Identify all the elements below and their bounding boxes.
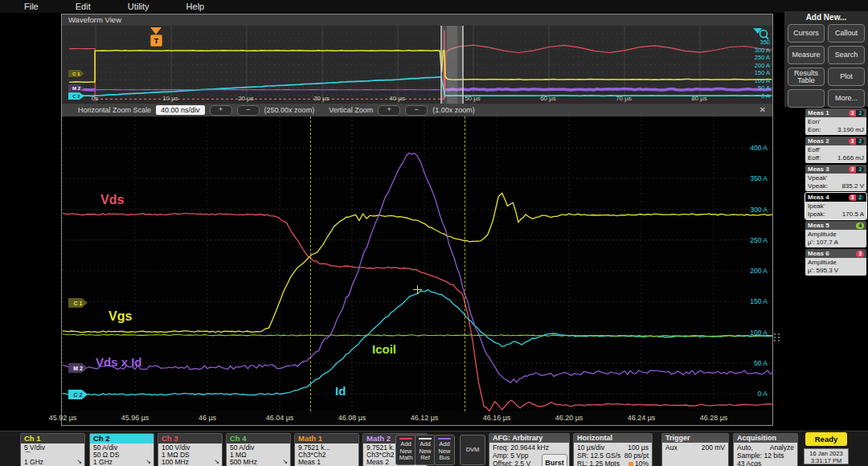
trace-label-id: Id	[335, 384, 346, 398]
trigger-badge[interactable]: TriggerAux200 mV	[661, 433, 729, 466]
channel-badge-math1[interactable]: Math 19.7521 k...Ch3*Ch2Meas 1	[294, 433, 359, 466]
overview-x-tick: 60 µs	[540, 95, 556, 102]
menu-bar: FileEditUtilityHelp	[0, 0, 868, 13]
channel-badge-ch1[interactable]: Ch 15 V/div⌒1 GHz↘	[20, 433, 85, 466]
horizontal-badge[interactable]: Horizontal10 µs/div100 µsSR: 12.5 GS/s80…	[573, 433, 653, 466]
overview-x-tick: 20 µs	[238, 95, 254, 102]
main-x-tick: 46.12 µs	[411, 414, 439, 422]
overview-y-tick: 150 A	[755, 69, 770, 76]
overview-y-tick: 250 A	[755, 54, 770, 61]
add-new-panel: Add New... CursorsCalloutMeasureSearchRe…	[784, 11, 868, 107]
trigger-arrow-icon[interactable]	[150, 27, 162, 35]
trace-label-icoil: Icoil	[372, 342, 396, 356]
acquisition-overview[interactable]: T C 1 M 2 C 2 0s10 µs20 µs30 µs40 µs50 µ…	[62, 26, 772, 104]
meas-name: Meas 5	[808, 222, 829, 229]
measurement-gate-right[interactable]	[465, 117, 465, 411]
meas-source-badge: 32	[849, 166, 864, 173]
plot-button[interactable]: Plot	[828, 67, 865, 86]
meas-badge-meas5[interactable]: Meas 54Amplitudeµ': 107.7 A	[805, 221, 866, 247]
menu-edit[interactable]: Edit	[76, 2, 91, 11]
main-x-axis: 45.92 µs45.96 µs46 µs46.04 µs46.08 µs46.…	[62, 411, 772, 425]
channel-badge-ch2[interactable]: Ch 250 A/div50 Ω DS1 GHz↘	[89, 433, 154, 466]
hzoom-plus-button[interactable]: +	[210, 105, 232, 116]
zoomed-waveform-plot[interactable]: Vds Vgs Vds x Id Icoil Id C 1 M 2 C 2 40…	[62, 117, 772, 411]
main-x-tick: 45.96 µs	[121, 414, 149, 422]
vzoom-minus-button[interactable]: −	[405, 105, 428, 116]
overview-x-tick: 50 µs	[465, 95, 481, 102]
main-y-tick: 250 A	[750, 236, 768, 244]
overview-y-tick: 50 A	[758, 84, 770, 92]
overview-y-tick: 100 A	[755, 76, 770, 84]
meas-badge-meas2[interactable]: Meas 232Eoff'Eoff:1.666 mJ	[805, 137, 866, 163]
zoom-scale-bar: Horizontal Zoom Scale 40.00 ns/div + − (…	[62, 104, 772, 117]
add-new-ref-button[interactable]: AddNewRef	[415, 435, 436, 465]
add-new-math-button[interactable]: AddNewMath	[395, 435, 416, 465]
channel-name: Math 1	[295, 434, 358, 444]
channel-bandwidth: 100 MHz	[162, 459, 219, 466]
add-new-title: Add New...	[788, 13, 865, 22]
measurement-gate-left[interactable]	[310, 117, 311, 411]
cursors-button[interactable]: Cursors	[788, 24, 825, 43]
afg-badge[interactable]: AFG: ArbitraryFreq: 20.9644 kHzAmp: 5 Vp…	[489, 433, 570, 466]
meas-name: Meas 4	[808, 194, 829, 201]
callout-button[interactable]: Callout	[828, 24, 865, 43]
meas-badge-meas4[interactable]: Meas 432Ipeak'Ipeak:170.5 A	[805, 193, 866, 219]
dvm-button[interactable]: DVM	[460, 435, 485, 465]
menu-help[interactable]: Help	[186, 2, 205, 11]
meas-badge-meas1[interactable]: Meas 132Eon'Eon:3.190 mJ	[805, 108, 866, 135]
meas-badge-meas6[interactable]: Meas 63Amplitudeµ': 595.3 V	[805, 249, 866, 276]
meas-badge-meas3[interactable]: Meas 332Vpeak'Vpeak:835.2 V	[805, 165, 866, 191]
main-x-tick: 46.08 µs	[338, 414, 366, 422]
hzoom-minus-button[interactable]: −	[237, 105, 260, 116]
main-x-tick: 46.16 µs	[483, 414, 511, 422]
results-table-button[interactable]: Results Table	[788, 67, 825, 86]
more--button[interactable]: More...	[828, 89, 865, 108]
vzoom-plus-button[interactable]: +	[378, 105, 400, 116]
source-color-strip	[399, 438, 412, 439]
meas-source-badge: 4	[856, 223, 864, 229]
meas-line1: Amplitude	[808, 231, 864, 239]
channel-name: Ch 3	[158, 434, 222, 444]
overview-x-tick: 10 µs	[162, 95, 178, 102]
trigger-title: Trigger	[662, 434, 728, 443]
menu-utility[interactable]: Utility	[128, 2, 149, 11]
add-new-bus-button[interactable]: AddNewBus	[434, 435, 455, 465]
trigger-level: 200 mV	[702, 444, 725, 452]
source-color-strip	[438, 438, 451, 439]
meas-line1: Vpeak'	[808, 174, 864, 182]
meas-label: Vpeak:	[808, 182, 828, 190]
horizontal-cell: SR: 12.5 GS/s	[577, 452, 620, 460]
measure-button[interactable]: Measure	[788, 46, 825, 64]
vzoom-label: Vertical Zoom	[329, 106, 373, 114]
main-y-tick: 50 A	[754, 359, 768, 367]
panel-splitter-handle[interactable]	[774, 333, 780, 341]
horizontal-cell: 10 µs/div	[577, 444, 604, 452]
overview-y-tick: 350	[760, 39, 770, 46]
meas-name: Meas 6	[808, 250, 829, 257]
meas-label: Eon:	[808, 126, 821, 134]
overview-x-tick: 30 µs	[313, 95, 330, 102]
zoom-tool-button[interactable]	[788, 89, 825, 108]
main-y-tick: 0 A	[758, 390, 768, 398]
acquisition-cell: 43 Acqs	[737, 460, 761, 466]
channel-badge-ch3[interactable]: Ch 3100 V/div1 MΩ DS100 MHz↘	[158, 433, 223, 466]
hzoom-scale-value[interactable]: 40.00 ns/div	[156, 105, 205, 115]
close-zoom-icon[interactable]: ✕	[760, 105, 766, 114]
acquisition-badge[interactable]: AcquisitionAuto,AnalyzeSample: 12 bits43…	[733, 433, 798, 466]
trace-vds	[63, 214, 772, 411]
main-y-tick: 400 A	[750, 144, 768, 152]
trace-label-vds: Vds	[100, 193, 124, 207]
cursor-marker[interactable]	[413, 285, 422, 294]
overview-plot	[62, 26, 772, 104]
burst-button[interactable]: Burst	[542, 454, 567, 466]
oscilloscope-app: FileEditUtilityHelp Waveform View T C 1 …	[0, 0, 868, 466]
menu-file[interactable]: File	[24, 2, 39, 11]
meas-value: 835.2 V	[841, 182, 864, 190]
trigger-flag[interactable]: T	[150, 35, 162, 47]
trace-label-vdsxid: Vds x Id	[96, 355, 142, 369]
meas-label: Ipeak:	[808, 211, 825, 219]
search-button[interactable]: Search	[828, 46, 865, 64]
overview-x-tick: 80 µs	[691, 95, 707, 102]
channel-badge-ch4[interactable]: Ch 450 A/div1 MΩ500 MHz↘	[226, 433, 291, 466]
dynamic-range-arrow-icon: ↘	[76, 458, 82, 465]
